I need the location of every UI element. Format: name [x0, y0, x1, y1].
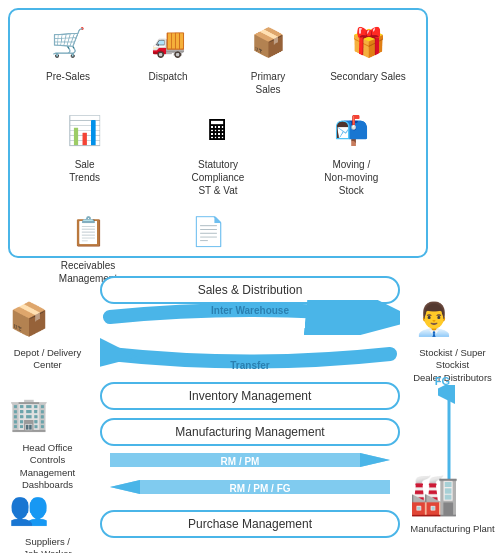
statutory-compliance-icon: 🖩 [194, 106, 242, 154]
purchase-management-box: Purchase Management [100, 510, 400, 538]
manufacturing-plant-item: 🏭 Manufacturing Plant [410, 471, 495, 535]
dispatch-icon: 🚚 [144, 18, 192, 66]
stockist-item: 👨‍💼 Stockist / Super StockistDealer Dist… [410, 295, 495, 384]
svg-text:RM / PM / FG: RM / PM / FG [229, 483, 290, 494]
statutory-compliance-item: 🖩 StatutoryComplianceST & Vat [178, 106, 258, 197]
head-office-icon: 🏢 [5, 390, 53, 438]
inventory-section: Inventory Management [100, 376, 400, 416]
rm-pm-fg-arrow: RM / PM / FG [100, 472, 400, 502]
inter-warehouse-arrow: Inter Warehouse [100, 300, 400, 335]
suppliers-icon: 👥 [5, 484, 53, 532]
secondary-sales-icon: 🎁 [344, 18, 392, 66]
depot-label: Depot / Delivery Center [5, 347, 90, 372]
manufacturing-plant-icon: 🏭 [410, 471, 458, 519]
fg-label: FG [435, 375, 450, 387]
rm-pm-arrow: RM / PM [100, 445, 400, 475]
module-row-2: 📊 SaleTrends 🖩 StatutoryComplianceST & V… [18, 106, 418, 197]
head-office-item: 🏢 Head OfficeControls ManagementDashboar… [5, 390, 90, 491]
statutory-compliance-label: StatutoryComplianceST & Vat [192, 158, 245, 197]
svg-marker-3 [360, 453, 390, 467]
moving-stock-item: 📬 Moving /Non-movingStock [311, 106, 391, 197]
suppliers-label: Suppliers /Job Worker [5, 536, 90, 553]
stockist-label: Stockist / Super StockistDealer Distribu… [410, 347, 495, 384]
depot-icon: 📦 [5, 295, 53, 343]
invoicing-item: 📄 [168, 207, 248, 259]
sale-trends-label: SaleTrends [69, 158, 100, 184]
sale-trends-item: 📊 SaleTrends [45, 106, 125, 184]
module-row-1: 🛒 Pre-Sales 🚚 Dispatch 📦 PrimarySales 🎁 … [18, 18, 418, 96]
primary-sales-label: PrimarySales [251, 70, 285, 96]
manufacturing-plant-label: Manufacturing Plant [410, 523, 495, 535]
purchase-section: Purchase Management [100, 504, 400, 544]
svg-text:Transfer: Transfer [230, 360, 270, 371]
pre-sales-label: Pre-Sales [46, 70, 90, 83]
moving-stock-icon: 📬 [327, 106, 375, 154]
dispatch-label: Dispatch [149, 70, 188, 83]
svg-text:Inter Warehouse: Inter Warehouse [211, 305, 289, 316]
stockist-icon: 👨‍💼 [410, 295, 458, 343]
moving-stock-label: Moving /Non-movingStock [324, 158, 378, 197]
secondary-sales-item: 🎁 Secondary Sales [328, 18, 408, 83]
svg-marker-6 [110, 480, 140, 494]
inter-warehouse-section: Inter Warehouse Transfer [95, 300, 405, 374]
suppliers-item: 👥 Suppliers /Job Worker [5, 484, 90, 553]
sale-trends-icon: 📊 [61, 106, 109, 154]
dispatch-item: 🚚 Dispatch [128, 18, 208, 83]
top-module-box: 🛒 Pre-Sales 🚚 Dispatch 📦 PrimarySales 🎁 … [8, 8, 428, 258]
primary-sales-icon: 📦 [244, 18, 292, 66]
manufacturing-management-box: Manufacturing Management [100, 418, 400, 446]
transfer-arrow: Transfer [100, 337, 400, 372]
svg-text:RM / PM: RM / PM [221, 456, 260, 467]
secondary-sales-label: Secondary Sales [330, 70, 406, 83]
pre-sales-item: 🛒 Pre-Sales [28, 18, 108, 83]
invoicing-icon: 📄 [184, 207, 232, 255]
rm-pm-fg-section: RM / PM / FG [95, 472, 405, 504]
depot-item: 📦 Depot / Delivery Center [5, 295, 90, 372]
inventory-management-box: Inventory Management [100, 382, 400, 410]
primary-sales-item: 📦 PrimarySales [228, 18, 308, 96]
receivables-icon: 📋 [64, 207, 112, 255]
pre-sales-icon: 🛒 [44, 18, 92, 66]
